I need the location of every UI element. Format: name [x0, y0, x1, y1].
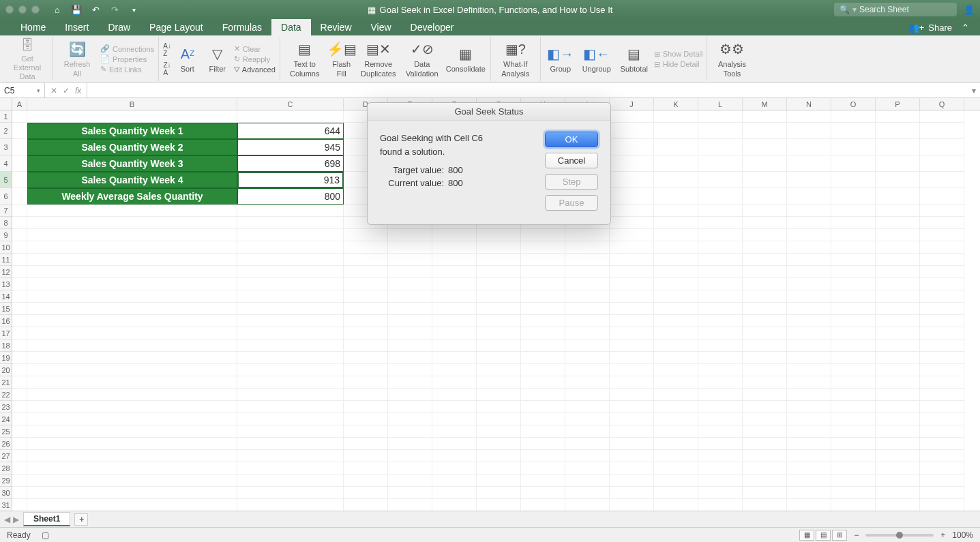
cell-K30[interactable]: [654, 487, 698, 499]
cell-K29[interactable]: [654, 475, 698, 487]
cell-C27[interactable]: [237, 450, 344, 462]
cell-Q24[interactable]: [920, 413, 964, 425]
cell-L19[interactable]: [698, 352, 743, 364]
collapse-ribbon-icon[interactable]: ⌃: [962, 22, 969, 33]
cell-D22[interactable]: [344, 389, 388, 401]
add-sheet-button[interactable]: +: [74, 513, 88, 526]
cell-J29[interactable]: [610, 475, 654, 487]
cell-J12[interactable]: [610, 266, 654, 278]
cell-H9[interactable]: [521, 229, 565, 241]
cell-N20[interactable]: [787, 364, 831, 376]
cell-I27[interactable]: [565, 450, 610, 462]
row-header-19[interactable]: 19: [0, 352, 12, 364]
refresh-all-button[interactable]: 🔄 Refresh All: [57, 38, 98, 80]
cell-A8[interactable]: [12, 217, 27, 229]
cell-M10[interactable]: [743, 241, 787, 254]
col-header-O[interactable]: O: [831, 98, 876, 110]
cell-N7[interactable]: [787, 205, 831, 217]
cell-P28[interactable]: [876, 462, 920, 475]
sort-asc-button[interactable]: A↓Z: [163, 42, 171, 57]
cell-G21[interactable]: [477, 376, 521, 389]
cell-E16[interactable]: [388, 315, 432, 327]
cell-K13[interactable]: [654, 278, 698, 290]
cell-P9[interactable]: [876, 229, 920, 241]
step-button[interactable]: Step: [545, 174, 598, 190]
cell-B11[interactable]: [27, 254, 237, 266]
macro-record-icon[interactable]: ▢: [42, 530, 49, 540]
cell-K17[interactable]: [654, 327, 698, 340]
cell-G30[interactable]: [477, 487, 521, 499]
cell-N18[interactable]: [787, 340, 831, 352]
cell-L29[interactable]: [698, 475, 743, 487]
cell-Q6[interactable]: [920, 188, 964, 205]
cell-P17[interactable]: [876, 327, 920, 340]
cell-B8[interactable]: [27, 217, 237, 229]
cell-C17[interactable]: [237, 327, 344, 340]
sheet-tab-sheet1[interactable]: Sheet1: [23, 512, 70, 526]
search-input[interactable]: 🔍▾ Search Sheet: [834, 3, 957, 16]
cell-C16[interactable]: [237, 315, 344, 327]
cell-J17[interactable]: [610, 327, 654, 340]
cell-E10[interactable]: [388, 241, 432, 254]
cell-P18[interactable]: [876, 340, 920, 352]
cell-L1[interactable]: [698, 110, 743, 123]
cell-L24[interactable]: [698, 413, 743, 425]
cancel-button[interactable]: Cancel: [545, 153, 598, 168]
menu-insert[interactable]: Insert: [55, 19, 98, 35]
cell-K21[interactable]: [654, 376, 698, 389]
select-all-corner[interactable]: [0, 98, 12, 110]
cell-E9[interactable]: [388, 229, 432, 241]
row-header-6[interactable]: 6: [0, 188, 12, 205]
cell-I9[interactable]: [565, 229, 610, 241]
cell-Q3[interactable]: [920, 139, 964, 155]
advanced-filter-button[interactable]: ▽Advanced: [234, 65, 276, 74]
cell-K5[interactable]: [654, 172, 698, 188]
cell-L15[interactable]: [698, 303, 743, 315]
cell-O16[interactable]: [831, 315, 876, 327]
cell-P31[interactable]: [876, 499, 920, 511]
cell-Q17[interactable]: [920, 327, 964, 340]
cell-N24[interactable]: [787, 413, 831, 425]
cell-J2[interactable]: [610, 123, 654, 139]
menu-data[interactable]: Data: [271, 19, 311, 35]
qat-dropdown-icon[interactable]: ▾: [128, 4, 139, 15]
cell-J20[interactable]: [610, 364, 654, 376]
cell-B18[interactable]: [27, 340, 237, 352]
ok-button[interactable]: OK: [545, 132, 598, 147]
cell-H31[interactable]: [521, 499, 565, 511]
col-header-P[interactable]: P: [876, 98, 920, 110]
cell-G11[interactable]: [477, 254, 521, 266]
row-header-27[interactable]: 27: [0, 450, 12, 462]
cell-B16[interactable]: [27, 315, 237, 327]
row-header-28[interactable]: 28: [0, 462, 12, 475]
close-window-icon[interactable]: [5, 5, 14, 14]
cell-N6[interactable]: [787, 188, 831, 205]
cell-Q25[interactable]: [920, 425, 964, 438]
cell-I30[interactable]: [565, 487, 610, 499]
cell-L9[interactable]: [698, 229, 743, 241]
cell-L6[interactable]: [698, 188, 743, 205]
flash-fill-button[interactable]: ⚡▤ Flash Fill: [328, 38, 355, 80]
sort-button[interactable]: AZ Sort: [174, 38, 201, 80]
cell-L8[interactable]: [698, 217, 743, 229]
cell-L14[interactable]: [698, 290, 743, 303]
cell-E28[interactable]: [388, 462, 432, 475]
cell-C6[interactable]: 800: [237, 188, 344, 205]
cell-C18[interactable]: [237, 340, 344, 352]
cell-L31[interactable]: [698, 499, 743, 511]
menu-page-layout[interactable]: Page Layout: [140, 19, 213, 35]
cell-G19[interactable]: [477, 352, 521, 364]
cell-G15[interactable]: [477, 303, 521, 315]
cell-H23[interactable]: [521, 401, 565, 413]
cell-J28[interactable]: [610, 462, 654, 475]
cell-C8[interactable]: [237, 217, 344, 229]
row-header-21[interactable]: 21: [0, 376, 12, 389]
cell-A19[interactable]: [12, 352, 27, 364]
cell-K1[interactable]: [654, 110, 698, 123]
menu-view[interactable]: View: [361, 19, 401, 35]
cell-N26[interactable]: [787, 438, 831, 450]
cell-H10[interactable]: [521, 241, 565, 254]
cell-E31[interactable]: [388, 499, 432, 511]
cell-O8[interactable]: [831, 217, 876, 229]
cell-B19[interactable]: [27, 352, 237, 364]
